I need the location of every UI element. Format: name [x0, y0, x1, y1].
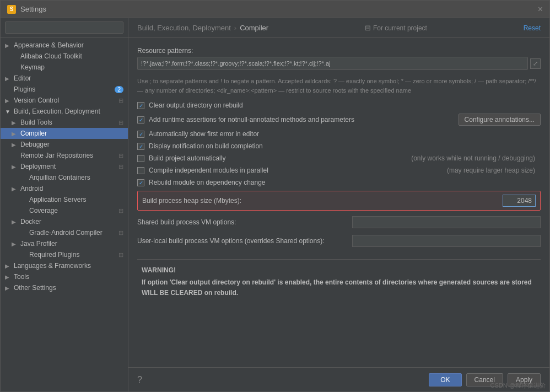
close-button[interactable]: ×: [538, 4, 543, 14]
sidebar-item-plugins[interactable]: Plugins 2: [1, 84, 128, 95]
reset-button[interactable]: Reset: [524, 24, 541, 32]
sidebar-item-other-settings[interactable]: ▶ Other Settings: [1, 282, 128, 293]
sidebar-item-coverage[interactable]: Coverage ⊞: [1, 205, 128, 216]
auto-show-error-checkbox[interactable]: [137, 131, 144, 138]
hint-text: Use ; to separate patterns and ! to nega…: [137, 77, 541, 95]
warning-text: If option 'Clear output directory on reb…: [142, 277, 536, 298]
compile-parallel-checkbox[interactable]: [137, 167, 144, 174]
rebuild-module-row: Rebuild module on dependency change: [137, 179, 541, 186]
auto-show-error-label: Automatically show first error in editor: [149, 130, 541, 138]
sidebar-item-alibaba[interactable]: Alibaba Cloud Toolkit: [1, 51, 128, 62]
sidebar-item-android[interactable]: ▶ Android: [1, 183, 128, 194]
sidebar-item-keymap[interactable]: Keymap: [1, 62, 128, 73]
shared-vm-label: Shared build process VM options:: [137, 218, 347, 226]
sidebar-item-appearance[interactable]: ▶ Appearance & Behavior: [1, 40, 128, 51]
add-runtime-checkbox[interactable]: [137, 116, 144, 123]
sidebar-item-label: Android: [20, 185, 43, 192]
sidebar-item-tools[interactable]: ▶ Tools: [1, 271, 128, 282]
clear-output-checkbox[interactable]: [137, 102, 144, 109]
sidebar-item-app-servers[interactable]: Application Servers: [1, 194, 128, 205]
heap-size-input[interactable]: [503, 195, 536, 207]
sidebar-item-label: Gradle-Android Compiler: [29, 229, 103, 237]
search-input[interactable]: [5, 22, 123, 34]
sidebar-item-label: Application Servers: [29, 196, 86, 203]
main-body: Resource patterns: ⤢ Use ; to separate p…: [128, 38, 549, 367]
sidebar-item-arquillian[interactable]: Arquillian Containers: [1, 172, 128, 183]
sidebar-item-label: Required Plugins: [29, 251, 79, 259]
arrow-icon: ▶: [12, 120, 18, 126]
configure-annotations-button[interactable]: Configure annotations...: [459, 114, 541, 126]
build-project-row: Build project automatically (only works …: [137, 154, 541, 162]
sidebar-item-label: Editor: [14, 74, 31, 82]
arrow-icon: ▶: [5, 274, 12, 280]
arrow-icon: ▶: [12, 142, 18, 148]
sidebar-item-editor[interactable]: ▶ Editor: [1, 73, 128, 84]
sidebar-item-vcs[interactable]: ▶ Version Control ⊞: [1, 95, 128, 106]
sidebar-item-gradle-android[interactable]: Gradle-Android Compiler ⊞: [1, 227, 128, 238]
help-button[interactable]: ?: [137, 375, 142, 385]
build-tools-icon: ⊞: [118, 119, 123, 126]
compile-parallel-label: Compile independent modules in parallel: [149, 167, 443, 174]
breadcrumb: Build, Execution, Deployment › Compiler: [137, 24, 268, 32]
sidebar-item-debugger[interactable]: ▶ Debugger: [1, 139, 128, 150]
remote-jar-icon: ⊞: [118, 152, 123, 159]
sidebar-item-label: Other Settings: [14, 284, 56, 292]
arrow-icon: ▶: [12, 219, 18, 225]
display-notification-label: Display notification on build completion: [149, 142, 541, 150]
deployment-icon: ⊞: [118, 163, 123, 170]
expand-button[interactable]: ⤢: [530, 58, 541, 69]
arrow-icon: ▶: [12, 186, 18, 192]
arrow-icon: ▶: [5, 285, 12, 291]
sidebar-item-compiler[interactable]: ▶ Compiler: [1, 128, 128, 139]
plugins-badge: 2: [115, 86, 123, 93]
sidebar-item-label: Tools: [14, 273, 29, 281]
sidebar-item-label: Build Tools: [20, 119, 52, 126]
search-box: [1, 18, 128, 37]
sidebar-item-build-tools[interactable]: ▶ Build Tools ⊞: [1, 117, 128, 128]
sidebar-item-deployment[interactable]: ▶ Deployment ⊞: [1, 161, 128, 172]
heap-size-row: Build process heap size (Mbytes):: [137, 191, 541, 211]
add-runtime-label: Add runtime assertions for notnull-annot…: [149, 116, 454, 123]
arrow-icon: ▶: [12, 241, 18, 247]
user-vm-input[interactable]: [352, 235, 541, 247]
sidebar-item-build[interactable]: ▼ Build, Execution, Deployment: [1, 106, 128, 117]
resource-patterns-input[interactable]: [137, 57, 528, 70]
title-bar: S Settings ×: [1, 1, 549, 18]
resource-patterns-row: Resource patterns: ⤢: [137, 47, 541, 70]
build-project-checkbox[interactable]: [137, 155, 144, 162]
sidebar-item-langs-frameworks[interactable]: ▶ Languages & Frameworks: [1, 260, 128, 271]
auto-show-error-row: Automatically show first error in editor: [137, 130, 541, 138]
sidebar-item-java-profiler[interactable]: ▶ Java Profiler: [1, 238, 128, 249]
shared-vm-input[interactable]: [352, 216, 541, 228]
sidebar-item-label: Remote Jar Repositories: [20, 152, 93, 159]
build-project-note: (only works while not running / debuggin…: [411, 154, 541, 162]
sidebar-item-docker[interactable]: ▶ Docker: [1, 216, 128, 227]
sidebar-item-label: Version Control: [14, 96, 59, 104]
sidebar-item-required-plugins[interactable]: Required Plugins ⊞: [1, 249, 128, 260]
breadcrumb-parent: Build, Execution, Deployment: [137, 24, 231, 32]
add-runtime-row: Add runtime assertions for notnull-annot…: [137, 114, 541, 126]
clear-output-row: Clear output directory on rebuild: [137, 101, 541, 109]
clear-output-label: Clear output directory on rebuild: [149, 101, 541, 109]
compile-parallel-row: Compile independent modules in parallel …: [137, 167, 541, 174]
main-header: Build, Execution, Deployment › Compiler …: [128, 18, 549, 38]
arrow-icon: ▶: [5, 263, 12, 269]
sidebar-item-label: Java Profiler: [20, 240, 57, 248]
required-plugins-icon: ⊞: [118, 251, 123, 259]
gradle-android-icon: ⊞: [118, 229, 123, 237]
project-label: For current project: [373, 24, 427, 32]
sidebar-item-label: Appearance & Behavior: [14, 41, 84, 49]
rebuild-module-checkbox[interactable]: [137, 179, 144, 186]
sidebar-item-label: Plugins: [14, 85, 35, 93]
sidebar-tree: ▶ Appearance & Behavior Alibaba Cloud To…: [1, 37, 128, 391]
arrow-icon: ▼: [5, 109, 12, 115]
arrow-icon: ▶: [5, 42, 12, 49]
sidebar-item-remote-jar[interactable]: Remote Jar Repositories ⊞: [1, 150, 128, 161]
display-notification-checkbox[interactable]: [137, 143, 144, 150]
vcs-icon: ⊞: [118, 97, 123, 104]
ok-button[interactable]: OK: [429, 373, 461, 386]
build-project-label: Build project automatically: [149, 154, 407, 162]
sidebar-item-label: Docker: [20, 218, 41, 225]
arrow-icon: ▶: [12, 164, 18, 170]
sidebar-item-label: Languages & Frameworks: [14, 262, 91, 270]
